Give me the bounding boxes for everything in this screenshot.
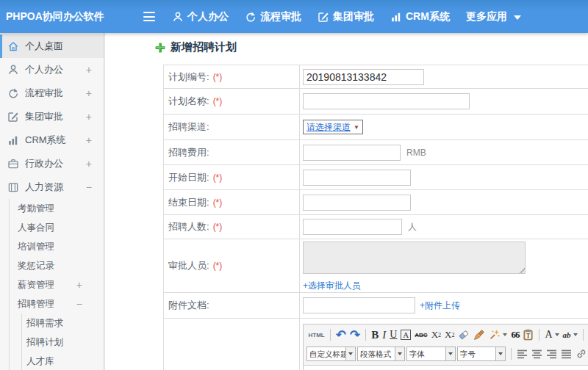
font-family-dropdown[interactable]: 字体 [406,347,456,361]
form-label-text: 附件文档: [168,299,209,312]
custom-title-dropdown[interactable]: 自定义标题 [306,347,356,361]
sidebar-item-hr-contract[interactable]: 人事合同 [9,218,104,237]
html-source-button[interactable]: HTML [306,327,326,342]
dropdown-arrow-icon [345,347,355,360]
paste-text-button[interactable]: T [521,327,536,342]
nav-item-more-apps[interactable]: 更多应用 [466,10,521,23]
menu-toggle-icon[interactable] [143,12,155,21]
align-center-button[interactable] [529,347,544,361]
sidebar-item-admin-office[interactable]: 行政办公+ [0,152,104,175]
redo-button[interactable]: ↷ [348,327,362,342]
form-row-plan-name: 计划名称:(*) [164,89,588,115]
sidebar-item-human-resources[interactable]: 人力资源− [0,175,104,199]
form-control-recruit-cost: RMB [300,140,588,164]
sidebar-item-salary-mgmt[interactable]: 薪资管理+ [9,275,104,294]
form-label-text: 招聘渠道: [168,120,209,134]
sidebar-item-workflow-approval[interactable]: 流程审批+ [0,81,104,105]
format-brush-button[interactable] [472,327,487,342]
nav-item-label: 个人办公 [187,10,229,23]
plan-number-input[interactable] [303,69,424,85]
select-arrow-icon: ▼ [354,124,359,131]
nav-item-group-approval[interactable]: 集团审批 [318,10,374,23]
form-control-approvers: +选择审批人员 [300,239,588,292]
align-justify-button[interactable] [559,347,573,361]
editor-content-area[interactable] [304,366,588,370]
sidebar-item-label: 招聘管理 [18,298,54,311]
sidebar-item-group-approval[interactable]: 集团审批+ [0,105,104,128]
approvers-select-link[interactable]: +选择审批人员 [303,280,361,291]
expand-plus-icon[interactable]: + [86,158,92,170]
sidebar-item-talent-pool[interactable]: 人才库 [9,352,104,370]
blockquote-button[interactable]: 66 [509,327,521,342]
sidebar-item-recruit-plan[interactable]: 招聘计划 [9,333,104,352]
link-button[interactable] [573,347,588,361]
form-control-recruit-count: 人 [300,215,588,239]
sidebar-item-reward-punish[interactable]: 奖惩记录 [9,256,104,275]
form-row-plan-number: 计划编号:(*) [164,65,588,89]
align-left-button[interactable] [514,347,529,361]
approvers-textarea[interactable] [303,242,526,274]
unit-label: RMB [406,148,426,158]
required-mark: (*) [213,222,223,232]
main-content: 新增招聘计划 计划编号:(*)计划名称:(*)招聘渠道:请选择渠道▼招聘费用:R… [105,33,588,370]
nav-item-personal-office[interactable]: 个人办公 [172,10,229,23]
bold-button[interactable]: B [370,327,381,342]
expand-plus-icon[interactable]: + [86,134,92,146]
highlight-button[interactable]: ab [561,327,579,342]
align-right-button[interactable] [544,347,559,361]
nav-item-crm-system[interactable]: CRM系统 [390,10,450,23]
dropdown-caret-icon [503,333,507,336]
eraser-button[interactable] [456,327,472,342]
form-label-text: 招聘人数: [168,220,209,233]
sidebar-item-crm-system[interactable]: CRM系统+ [0,128,104,152]
sidebar-item-label: 薪资管理 [18,279,54,291]
font-color-button[interactable]: A [543,327,561,342]
sidebar-item-attendance-mgmt[interactable]: 考勤管理 [9,199,104,218]
paragraph-format-dropdown[interactable]: 段落格式 [357,347,405,361]
recruit-plan-form: 计划编号:(*)计划名称:(*)招聘渠道:请选择渠道▼招聘费用:RMB开始日期:… [163,65,588,370]
sidebar-item-personal-office[interactable]: 个人办公+ [0,58,104,81]
form-label-recruit-count: 招聘人数:(*) [164,215,300,239]
sidebar-item-training-mgmt[interactable]: 培训管理 [9,237,104,256]
dropdown-label: 段落格式 [358,347,395,360]
expand-plus-icon[interactable]: + [86,111,92,123]
italic-button[interactable]: I [381,327,388,342]
collapse-minus-icon[interactable]: − [86,181,92,193]
undo-button[interactable]: ↶ [334,327,348,342]
subscript-button[interactable]: X2 [443,327,456,342]
form-label-text: 审批人员: [168,259,209,272]
expand-plus-icon[interactable]: + [86,87,92,99]
recruit-count-input[interactable] [303,219,402,235]
autotypeset-button[interactable] [487,327,509,342]
superscript-button[interactable]: X2 [429,327,442,342]
form-control-start-date [300,165,588,189]
form-control-plan-number [300,65,588,88]
dropdown-label: 字号 [458,347,495,360]
strikethrough-button[interactable]: ABC [413,327,429,342]
sidebar-item-personal-desktop[interactable]: 个人桌面 [0,35,104,58]
required-mark: (*) [213,197,223,208]
plan-name-input[interactable] [303,93,470,109]
underline-button[interactable]: U [388,327,399,342]
sidebar-item-label: 个人桌面 [25,40,63,53]
dropdown-label: 自定义标题 [307,347,345,360]
font-size-dropdown[interactable]: 字号 [457,347,506,361]
attachment-upload-link[interactable]: +附件上传 [420,300,460,312]
toolbar-separator [539,329,539,341]
recruit-channel-select[interactable]: 请选择渠道▼ [303,120,363,134]
user-icon [172,11,184,23]
font-border-button[interactable]: A [399,327,413,342]
expand-plus-icon[interactable]: + [86,64,92,76]
nav-item-workflow-approval[interactable]: 流程审批 [245,10,301,23]
recruit-cost-input[interactable] [303,145,401,161]
sidebar-item-recruit-demand[interactable]: 招聘需求 [9,313,104,333]
expand-plus-icon[interactable]: + [76,279,82,291]
workflow-icon [245,11,257,23]
end-date-input[interactable] [303,195,411,211]
sidebar-item-recruit-mgmt[interactable]: 招聘管理− [9,294,104,313]
toolbar-separator [330,329,331,341]
start-date-input[interactable] [303,170,411,186]
collapse-minus-icon[interactable]: − [76,298,82,310]
attachment-input[interactable] [303,297,415,313]
form-control-attachment: +附件上传 [300,293,588,318]
